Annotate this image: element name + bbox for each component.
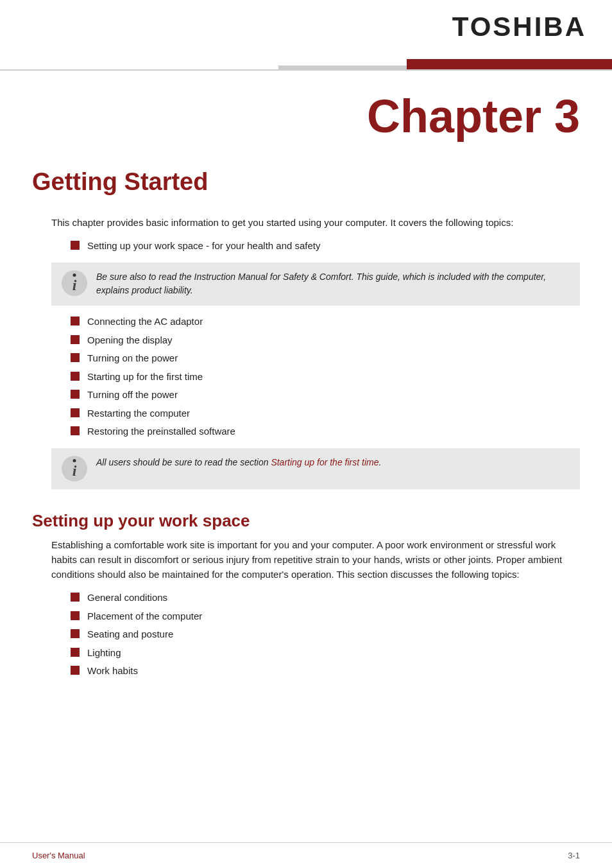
bullet-icon [71, 593, 80, 602]
info-box-1: i Be sure also to read the Instruction M… [51, 263, 580, 306]
info-icon-1: i [62, 270, 87, 296]
workspace-section-content: Establishing a comfortable work site is … [0, 537, 612, 679]
bullet-icon [71, 666, 80, 675]
page-header: TOSHIBA [0, 0, 612, 71]
topic-text: Connecting the AC adaptor [87, 315, 203, 329]
topic-text: Opening the display [87, 333, 173, 348]
info-icon-letter: i [72, 277, 77, 294]
workspace-topics-list: General conditions Placement of the comp… [71, 591, 580, 679]
bullet-icon [71, 648, 80, 657]
list-item: Turning on the power [71, 351, 580, 366]
topic-text: Turning off the power [87, 388, 178, 403]
list-item: Work habits [71, 664, 580, 679]
workspace-topic-text: General conditions [87, 591, 167, 605]
list-item: Restoring the preinstalled software [71, 424, 580, 439]
footer-page-number: 3-1 [568, 851, 580, 860]
topic-text: Restarting the computer [87, 406, 190, 421]
header-red-bar [407, 59, 612, 69]
chapter-section: Chapter 3 [0, 71, 612, 149]
starting-up-link[interactable]: Starting up for the first time [271, 457, 378, 467]
chapter-title: Chapter 3 [32, 90, 580, 143]
workspace-topic-text: Seating and posture [87, 627, 173, 642]
topic-text: Restoring the preinstalled software [87, 424, 235, 439]
topics-after-note-list: Connecting the AC adaptor Opening the di… [71, 315, 580, 439]
list-item: Starting up for the first time [71, 370, 580, 385]
workspace-topic-text: Placement of the computer [87, 609, 202, 624]
list-item: General conditions [71, 591, 580, 605]
info-note-2-text: All users should be sure to read the sec… [96, 456, 381, 470]
workspace-topic-text: Work habits [87, 664, 138, 679]
bullet-icon [71, 353, 80, 362]
topics-before-note-list: Setting up your work space - for your he… [71, 239, 580, 254]
list-item: Opening the display [71, 333, 580, 348]
workspace-description: Establishing a comfortable work site is … [51, 537, 580, 582]
info-note-1-text: Be sure also to read the Instruction Man… [96, 270, 570, 298]
list-item: Lighting [71, 646, 580, 661]
topic-text: Setting up your work space - for your he… [87, 239, 321, 254]
bullet-icon [71, 611, 80, 620]
list-item: Restarting the computer [71, 406, 580, 421]
info-box-2: i All users should be sure to read the s… [51, 448, 580, 489]
bullet-icon [71, 390, 80, 399]
intro-content: This chapter provides basic information … [0, 215, 612, 489]
list-item: Connecting the AC adaptor [71, 315, 580, 329]
info-icon-letter-2: i [72, 462, 77, 480]
toshiba-logo: TOSHIBA [452, 12, 586, 42]
bullet-icon [71, 629, 80, 638]
bullet-icon [71, 408, 80, 417]
bullet-icon [71, 241, 80, 250]
topic-text: Turning on the power [87, 351, 178, 366]
list-item: Placement of the computer [71, 609, 580, 624]
bullet-icon [71, 372, 80, 381]
bullet-icon [71, 335, 80, 344]
bullet-icon [71, 426, 80, 435]
note2-text-before: All users should be sure to read the sec… [96, 457, 271, 467]
footer-manual-label: User's Manual [32, 851, 85, 860]
page-footer: User's Manual 3-1 [0, 842, 612, 868]
list-item: Setting up your work space - for your he… [71, 239, 580, 254]
getting-started-heading: Getting Started [0, 155, 612, 215]
list-item: Turning off the power [71, 388, 580, 403]
topic-text: Starting up for the first time [87, 370, 203, 385]
info-icon-2: i [62, 456, 87, 482]
list-item: Seating and posture [71, 627, 580, 642]
header-thin-bar [278, 65, 407, 69]
intro-text: This chapter provides basic information … [51, 215, 580, 230]
bullet-icon [71, 317, 80, 326]
workspace-section-heading: Setting up your work space [0, 498, 612, 537]
workspace-topic-text: Lighting [87, 646, 121, 661]
note2-text-after: . [378, 457, 381, 467]
